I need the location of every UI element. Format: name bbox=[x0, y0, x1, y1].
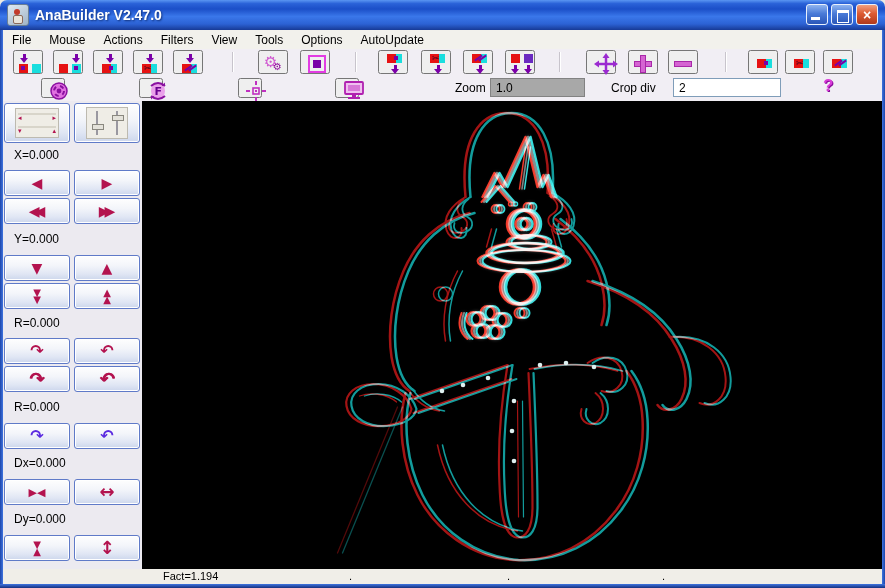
maximize-icon bbox=[837, 10, 849, 23]
close-icon: × bbox=[863, 6, 871, 25]
y-down-fast-button[interactable]: ▼▼ bbox=[4, 283, 70, 309]
rotate-ccw-bold-icon: ↶ bbox=[99, 370, 114, 388]
open-clipped-anaglyph-button[interactable]: ✂ bbox=[133, 50, 163, 74]
move-view-button[interactable] bbox=[586, 50, 616, 74]
app-window: AnaBuilder V2.47.0 × File Mouse Actions … bbox=[0, 0, 885, 588]
dy-stretch-button[interactable]: ↕ bbox=[74, 535, 140, 561]
y-down-button[interactable]: ▼ bbox=[4, 255, 70, 281]
menu-options[interactable]: Options bbox=[292, 31, 351, 49]
status-dot: . bbox=[662, 570, 665, 582]
menu-autoupdate[interactable]: AutoUpdate bbox=[352, 31, 433, 49]
menu-tools[interactable]: Tools bbox=[246, 31, 292, 49]
reset-disc-button[interactable] bbox=[41, 78, 65, 98]
dx-shrink-button[interactable]: ▶◀ bbox=[4, 479, 70, 505]
dx-stretch-button[interactable]: ↔ bbox=[74, 479, 140, 505]
dx-value-label: Dx=0.000 bbox=[14, 456, 66, 470]
open-aligned-pair-button[interactable] bbox=[173, 50, 203, 74]
minimize-button[interactable] bbox=[806, 4, 828, 25]
app-icon bbox=[7, 4, 29, 26]
dy-shrink-button[interactable]: ▼▲ bbox=[4, 535, 70, 561]
menu-view[interactable]: View bbox=[202, 31, 246, 49]
x-left-fast-button[interactable]: ◀◀ bbox=[4, 198, 70, 224]
double-right-arrow-icon: ▶▶ bbox=[99, 204, 111, 218]
image-canvas[interactable] bbox=[142, 101, 882, 569]
help-icon[interactable]: ? bbox=[823, 76, 833, 96]
crop-div-input[interactable] bbox=[673, 78, 781, 97]
auto-rotate-button[interactable]: F bbox=[139, 78, 163, 98]
options-toolbar: F Zoom 1.0 Crop div ? bbox=[3, 76, 882, 101]
adjustment-sidebar: ◂▸ ▾▴ X=0.000 ◀ ▶ ◀◀ ▶▶ Y=0.000 ▼ ▲ ▼▼ ▲… bbox=[3, 101, 143, 569]
save-aligned-pair-button[interactable] bbox=[463, 50, 493, 74]
zoom-value-field[interactable]: 1.0 bbox=[490, 78, 585, 97]
show-arrow-panel-button[interactable]: ◂▸ ▾▴ bbox=[4, 103, 70, 143]
x-right-fast-button[interactable]: ▶▶ bbox=[74, 198, 140, 224]
full-screen-button[interactable] bbox=[335, 78, 359, 98]
rotate2-ccw-button[interactable]: ↶ bbox=[74, 423, 140, 449]
rotate-cw-icon: ↷ bbox=[30, 343, 43, 359]
crosshair-icon bbox=[246, 81, 266, 101]
title-bar[interactable]: AnaBuilder V2.47.0 × bbox=[0, 0, 885, 30]
x-value-label: X=0.000 bbox=[14, 148, 59, 162]
rotate-cw-button[interactable]: ↷ bbox=[4, 338, 70, 364]
load-left-image-button[interactable] bbox=[13, 50, 43, 74]
slider-panel-thumbnail-icon bbox=[86, 107, 128, 139]
rotate-ccw-blue-icon: ↶ bbox=[100, 428, 113, 444]
save-clipped-anaglyph-button[interactable]: ✂ bbox=[421, 50, 451, 74]
window-frame-left bbox=[0, 30, 3, 584]
quick-aligned-button[interactable] bbox=[823, 50, 853, 74]
save-anaglyph-button[interactable] bbox=[378, 50, 408, 74]
rotation-value-label: R=0.000 bbox=[14, 316, 60, 330]
menu-actions[interactable]: Actions bbox=[94, 31, 151, 49]
x-right-button[interactable]: ▶ bbox=[74, 170, 140, 196]
y-value-label: Y=0.000 bbox=[14, 232, 59, 246]
expand-horizontal-icon: ↔ bbox=[99, 483, 114, 501]
rotate-f-icon: F bbox=[147, 81, 169, 101]
squeeze-vertical-icon: ▼▲ bbox=[33, 541, 41, 555]
rotate-cw-fast-button[interactable]: ↷ bbox=[4, 366, 70, 392]
center-target-button[interactable] bbox=[238, 78, 262, 98]
quick-anaglyph-button[interactable] bbox=[748, 50, 778, 74]
rotate-cw-blue-icon: ↷ bbox=[30, 428, 43, 444]
menu-filters[interactable]: Filters bbox=[152, 31, 203, 49]
up-arrow-icon: ▲ bbox=[102, 261, 113, 275]
double-up-arrow-icon: ▲▲ bbox=[103, 289, 111, 303]
minus-icon bbox=[674, 61, 692, 67]
anaglyph-clown-figure bbox=[142, 101, 882, 569]
open-anaglyph-button[interactable] bbox=[93, 50, 123, 74]
arrow-panel-thumbnail-icon: ◂▸ ▾▴ bbox=[15, 108, 59, 138]
menu-bar: File Mouse Actions Filters View Tools Op… bbox=[3, 30, 882, 50]
y-up-fast-button[interactable]: ▲▲ bbox=[74, 283, 140, 309]
status-bar: Fact=1.194 . . . bbox=[3, 569, 882, 584]
status-dot: . bbox=[349, 570, 352, 582]
load-right-image-button[interactable] bbox=[53, 50, 83, 74]
zoom-out-button[interactable] bbox=[668, 50, 698, 74]
zoom-in-button[interactable] bbox=[628, 50, 658, 74]
zoom-label: Zoom bbox=[455, 81, 486, 95]
window-title: AnaBuilder V2.47.0 bbox=[35, 7, 162, 23]
maximize-button[interactable] bbox=[831, 4, 853, 25]
move-icon bbox=[594, 53, 618, 75]
compute-gears-button[interactable]: ⚙⚙ bbox=[258, 50, 288, 74]
double-left-arrow-icon: ◀◀ bbox=[29, 204, 41, 218]
close-button[interactable]: × bbox=[856, 4, 878, 25]
squeeze-horizontal-icon: ▶◀ bbox=[29, 487, 46, 498]
x-left-button[interactable]: ◀ bbox=[4, 170, 70, 196]
left-arrow-icon: ◀ bbox=[32, 176, 43, 190]
rotation2-value-label: R=0.000 bbox=[14, 400, 60, 414]
dy-value-label: Dy=0.000 bbox=[14, 512, 66, 526]
rotate2-cw-button[interactable]: ↷ bbox=[4, 423, 70, 449]
toolbar-separator bbox=[725, 52, 726, 72]
rotate-ccw-fast-button[interactable]: ↶ bbox=[74, 366, 140, 392]
rotate-ccw-button[interactable]: ↶ bbox=[74, 338, 140, 364]
y-up-button[interactable]: ▲ bbox=[74, 255, 140, 281]
show-preview-button[interactable] bbox=[300, 50, 330, 74]
menu-file[interactable]: File bbox=[3, 31, 40, 49]
save-stereo-pair-button[interactable] bbox=[505, 50, 535, 74]
menu-mouse[interactable]: Mouse bbox=[40, 31, 94, 49]
disc-icon bbox=[49, 81, 69, 101]
quick-clipped-button[interactable]: ✂ bbox=[785, 50, 815, 74]
toolbar-separator bbox=[559, 52, 560, 72]
crop-div-label: Crop div bbox=[611, 81, 656, 95]
show-slider-panel-button[interactable] bbox=[74, 103, 140, 143]
rotate-ccw-icon: ↶ bbox=[100, 343, 113, 359]
